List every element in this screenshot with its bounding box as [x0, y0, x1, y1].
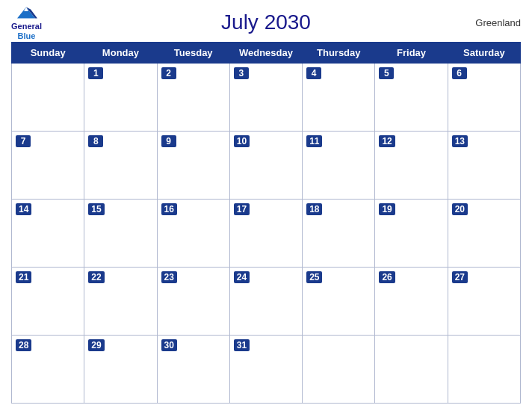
- day-number: 2: [161, 67, 176, 79]
- day-number: 10: [234, 135, 250, 147]
- day-number: 5: [379, 67, 394, 79]
- calendar-cell: 7: [12, 132, 84, 200]
- header-friday: Friday: [375, 43, 448, 64]
- calendar-cell: 19: [375, 200, 448, 268]
- day-number: 31: [234, 339, 250, 351]
- day-number: 25: [306, 271, 322, 283]
- day-number: 18: [306, 203, 322, 215]
- day-number: 27: [452, 271, 468, 283]
- calendar-cell: 25: [303, 268, 375, 336]
- calendar-cell: 12: [375, 132, 448, 200]
- calendar-cell: 21: [12, 268, 84, 336]
- calendar-cell: 16: [157, 200, 229, 268]
- calendar-cell: [375, 336, 448, 404]
- calendar-week-row: 78910111213: [12, 132, 521, 200]
- header-tuesday: Tuesday: [157, 43, 229, 64]
- day-number: 13: [452, 135, 468, 147]
- calendar-cell: 17: [229, 200, 302, 268]
- day-number: 29: [88, 339, 104, 351]
- header-saturday: Saturday: [448, 43, 520, 64]
- day-number: 3: [234, 67, 249, 79]
- day-number: 12: [379, 135, 395, 147]
- day-number: 7: [16, 135, 31, 147]
- calendar-cell: 20: [448, 200, 520, 268]
- header-sunday: Sunday: [12, 43, 84, 64]
- day-number: 11: [306, 135, 322, 147]
- calendar-cell: 30: [157, 336, 229, 404]
- day-number: 15: [88, 203, 104, 215]
- day-number: 24: [234, 271, 250, 283]
- calendar-header: General Blue July 2030 Greenland: [11, 7, 521, 37]
- calendar-cell: 28: [12, 336, 84, 404]
- day-number: 23: [161, 271, 177, 283]
- calendar-cell: 5: [375, 64, 448, 132]
- calendar-cell: 26: [375, 268, 448, 336]
- calendar-cell: 9: [157, 132, 229, 200]
- calendar-table: Sunday Monday Tuesday Wednesday Thursday…: [11, 42, 521, 404]
- calendar-cell: 15: [84, 200, 157, 268]
- calendar-cell: [303, 336, 375, 404]
- calendar-cell: 18: [303, 200, 375, 268]
- header-wednesday: Wednesday: [229, 43, 302, 64]
- logo-general: General: [11, 22, 42, 31]
- header-monday: Monday: [84, 43, 157, 64]
- calendar-cell: [12, 64, 84, 132]
- day-number: 9: [161, 135, 176, 147]
- calendar-cell: 3: [229, 64, 302, 132]
- day-number: 19: [379, 203, 395, 215]
- header-thursday: Thursday: [303, 43, 375, 64]
- calendar-cell: 11: [303, 132, 375, 200]
- calendar-cell: 1: [84, 64, 157, 132]
- calendar-page: General Blue July 2030 Greenland Sunday …: [0, 0, 532, 411]
- calendar-cell: 31: [229, 336, 302, 404]
- days-header-row: Sunday Monday Tuesday Wednesday Thursday…: [12, 43, 521, 64]
- day-number: 1: [88, 67, 103, 79]
- day-number: 20: [452, 203, 468, 215]
- region-label: Greenland: [475, 17, 521, 28]
- day-number: 30: [161, 339, 177, 351]
- calendar-cell: 24: [229, 268, 302, 336]
- calendar-cell: 27: [448, 268, 520, 336]
- logo-icon: [15, 4, 37, 21]
- calendar-cell: [448, 336, 520, 404]
- logo: General Blue: [11, 4, 42, 40]
- day-number: 22: [88, 271, 104, 283]
- calendar-cell: 13: [448, 132, 520, 200]
- calendar-cell: 23: [157, 268, 229, 336]
- logo-blue: Blue: [18, 31, 36, 40]
- calendar-week-row: 21222324252627: [12, 268, 521, 336]
- day-number: 8: [88, 135, 103, 147]
- calendar-week-row: 123456: [12, 64, 521, 132]
- day-number: 21: [16, 271, 31, 283]
- calendar-cell: 14: [12, 200, 84, 268]
- day-number: 6: [452, 67, 467, 79]
- month-title: July 2030: [221, 10, 311, 34]
- day-number: 28: [16, 339, 31, 351]
- day-number: 26: [379, 271, 395, 283]
- calendar-cell: 22: [84, 268, 157, 336]
- day-number: 14: [16, 203, 31, 215]
- calendar-week-row: 14151617181920: [12, 200, 521, 268]
- day-number: 16: [161, 203, 177, 215]
- day-number: 17: [234, 203, 250, 215]
- calendar-cell: 29: [84, 336, 157, 404]
- calendar-cell: 4: [303, 64, 375, 132]
- calendar-cell: 8: [84, 132, 157, 200]
- calendar-cell: 10: [229, 132, 302, 200]
- calendar-week-row: 28293031: [12, 336, 521, 404]
- calendar-cell: 6: [448, 64, 520, 132]
- calendar-cell: 2: [157, 64, 229, 132]
- day-number: 4: [306, 67, 321, 79]
